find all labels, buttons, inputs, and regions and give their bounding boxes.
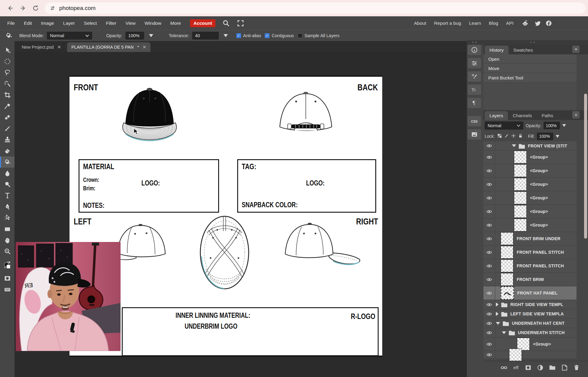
menu-link[interactable]: API xyxy=(506,21,514,26)
tolerance-slider-arrow[interactable] xyxy=(224,34,228,37)
menu-item[interactable]: Window xyxy=(144,21,161,26)
lock-all-icon[interactable] xyxy=(518,133,523,139)
paragraph-panel-icon[interactable]: ¶ xyxy=(468,98,481,108)
menu-item[interactable]: Image xyxy=(41,21,54,26)
forward-icon[interactable] xyxy=(19,5,27,12)
collapse-left-icon[interactable]: ‹ › xyxy=(472,40,477,44)
menu-item[interactable]: File xyxy=(7,21,15,26)
layer-row[interactable]: UNDERNEATH HAT CENT xyxy=(483,319,577,328)
visibility-eye-icon[interactable] xyxy=(483,191,495,205)
layer-row[interactable]: FRONT PANEL STITCH xyxy=(483,259,577,273)
layer-thumbnail[interactable] xyxy=(514,178,527,191)
layer-opacity-arrow[interactable] xyxy=(562,124,566,127)
lasso-tool[interactable] xyxy=(0,67,15,78)
layer-thumbnail[interactable] xyxy=(514,205,527,218)
layer-thumbnail[interactable] xyxy=(501,259,513,272)
menu-link[interactable]: Report a bug xyxy=(434,21,461,26)
mask-icon[interactable] xyxy=(524,364,532,371)
history-step[interactable]: Open xyxy=(483,54,577,64)
menu-item[interactable]: Filter xyxy=(106,21,116,26)
layer-row[interactable]: <Group> xyxy=(483,205,577,218)
brush-tool[interactable] xyxy=(0,123,15,134)
layer-row[interactable]: FRONT VIEW (STIT xyxy=(483,141,577,150)
fullscreen-icon[interactable] xyxy=(237,19,244,27)
delete-layer-icon[interactable] xyxy=(573,364,580,371)
tolerance-input[interactable]: 40 xyxy=(192,32,219,40)
lock-position-icon[interactable] xyxy=(511,133,516,139)
pen-tool[interactable] xyxy=(0,201,15,212)
facebook-icon[interactable] xyxy=(545,20,552,27)
layer-row[interactable]: UNDERNEATH STITCH xyxy=(483,328,577,337)
eraser-tool[interactable] xyxy=(0,145,15,156)
type-tool[interactable] xyxy=(0,190,15,201)
visibility-eye-icon[interactable] xyxy=(483,178,495,191)
expand-arrow[interactable] xyxy=(496,322,500,325)
layer-thumbnail[interactable] xyxy=(514,219,527,231)
canvas-area[interactable]: FRONT BACK LEFT RIGHT xyxy=(15,52,467,377)
document-tab[interactable]: New Project.psd ✕ xyxy=(18,42,65,52)
blur-tool[interactable] xyxy=(0,168,15,179)
panel-tab[interactable]: History xyxy=(485,46,509,54)
visibility-eye-icon[interactable] xyxy=(483,351,495,359)
menu-item[interactable]: Layer xyxy=(63,21,75,26)
history-step[interactable]: Move xyxy=(483,64,577,73)
layer-thumbnail[interactable] xyxy=(509,349,522,361)
layer-thumbnail[interactable] xyxy=(514,151,527,163)
visibility-eye-icon[interactable] xyxy=(483,328,495,337)
option-checkbox[interactable]: ✓ Anti-alias xyxy=(236,33,261,38)
visibility-eye-icon[interactable] xyxy=(483,164,495,177)
expand-arrow[interactable] xyxy=(496,302,499,307)
close-tab-icon[interactable]: ✕ xyxy=(143,44,147,50)
site-info-icon[interactable] xyxy=(50,5,56,11)
marquee-tool[interactable] xyxy=(0,56,15,67)
clone-stamp-tool[interactable] xyxy=(0,134,15,145)
layer-row[interactable]: LEFT SIDE VIEW TEMPLA xyxy=(483,309,577,319)
lock-pixels-icon[interactable] xyxy=(504,133,509,139)
layer-fill-arrow[interactable] xyxy=(556,135,559,138)
layer-row[interactable]: <Group> xyxy=(483,337,577,351)
option-checkbox[interactable]: Sample All Layers xyxy=(298,33,340,38)
layer-thumbnail[interactable] xyxy=(514,164,527,177)
eyedropper-tool[interactable] xyxy=(0,101,15,112)
reload-icon[interactable] xyxy=(32,5,39,12)
visibility-eye-icon[interactable] xyxy=(483,141,495,150)
image-panel-icon[interactable] xyxy=(468,129,481,140)
visibility-eye-icon[interactable] xyxy=(483,286,495,300)
dodge-tool[interactable] xyxy=(0,179,15,190)
layer-thumbnail[interactable] xyxy=(501,273,513,286)
adjustments-panel-icon[interactable] xyxy=(468,58,481,68)
paint-bucket-tool[interactable] xyxy=(0,156,15,168)
layer-row[interactable]: FRONT HAT PANEL xyxy=(483,286,577,300)
layer-thumbnail[interactable] xyxy=(514,192,527,204)
magic-wand-tool[interactable] xyxy=(0,78,15,89)
expand-arrow[interactable] xyxy=(496,312,499,316)
panel-tab[interactable]: Swatches xyxy=(509,46,538,54)
group-folder-icon[interactable] xyxy=(548,364,556,371)
layer-row[interactable]: FRONT BRIM xyxy=(483,273,577,286)
reddit-icon[interactable] xyxy=(522,20,529,27)
collapse-right-icon[interactable]: › ‹ xyxy=(530,40,535,44)
address-bar[interactable]: photopea.com xyxy=(45,2,586,14)
visibility-eye-icon[interactable] xyxy=(483,319,495,328)
layer-row[interactable]: FRONT PANEL STITCH xyxy=(483,246,577,259)
layers-menu-icon[interactable]: ≡ xyxy=(572,111,580,118)
menu-link[interactable]: Learn xyxy=(469,21,481,26)
layer-row[interactable]: RIGHT SIDE VIEW TEMPL xyxy=(483,300,577,309)
brush-panel-icon[interactable] xyxy=(468,71,481,82)
visibility-eye-icon[interactable] xyxy=(483,273,495,286)
visibility-eye-icon[interactable] xyxy=(483,246,495,259)
move-tool[interactable] xyxy=(0,45,15,56)
visibility-eye-icon[interactable] xyxy=(483,259,495,272)
visibility-eye-icon[interactable] xyxy=(483,205,495,218)
layer-row[interactable] xyxy=(483,351,577,359)
layer-opacity-input[interactable]: 100% xyxy=(544,122,560,129)
opacity-input[interactable]: 100% xyxy=(125,32,144,40)
direct-select-tool[interactable] xyxy=(0,212,15,224)
menu-item[interactable]: Select xyxy=(84,21,97,26)
zoom-tool[interactable] xyxy=(0,246,15,257)
keyboard-tool[interactable] xyxy=(0,284,15,295)
shape-tool[interactable] xyxy=(0,224,15,235)
visibility-eye-icon[interactable] xyxy=(483,309,495,318)
menu-item[interactable]: Edit xyxy=(24,21,32,26)
opacity-slider-arrow[interactable] xyxy=(149,34,153,37)
